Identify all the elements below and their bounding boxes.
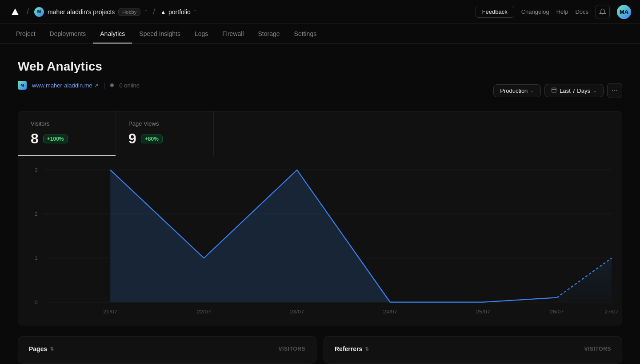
tab-project[interactable]: Project <box>9 24 43 44</box>
app-logo[interactable] <box>9 6 21 18</box>
svg-text:2: 2 <box>35 211 38 217</box>
referrers-visitors-col-label: VISITORS <box>584 346 611 352</box>
site-url-text: www.maher-aladdin.me <box>32 82 92 89</box>
tab-settings[interactable]: Settings <box>287 24 324 44</box>
referrers-card-title: Referrers ⇅ <box>335 345 369 352</box>
visitors-tab[interactable]: Visitors 8 +100% <box>18 111 116 156</box>
page-title: Web Analytics <box>18 59 622 74</box>
stats-tabs-row: Visitors 8 +100% Page Views 9 +80% <box>18 111 622 156</box>
visitors-change-badge: +100% <box>43 135 68 143</box>
stats-chart-card: Visitors 8 +100% Page Views 9 +80% <box>18 111 622 325</box>
referrers-card: Referrers ⇅ VISITORS <box>324 336 622 364</box>
main-content: Web Analytics M www.maher-aladdin.me ↗ |… <box>0 44 640 364</box>
svg-text:27/07: 27/07 <box>604 309 619 315</box>
pages-card-title: Pages ⇅ <box>29 345 54 352</box>
user-name: maher aladdin's projects <box>48 8 115 16</box>
site-url-link[interactable]: www.maher-aladdin.me ↗ <box>32 82 98 89</box>
svg-text:26/07: 26/07 <box>550 309 564 315</box>
site-bar: M www.maher-aladdin.me ↗ | 0 online <box>18 81 140 90</box>
pages-sort-icon[interactable]: ⇅ <box>50 346 54 352</box>
chart-fill-dashed <box>557 258 612 302</box>
date-chevron-icon: ⌄ <box>593 88 597 94</box>
production-chevron-icon: ⌄ <box>530 88 534 94</box>
bottom-tables-row: Pages ⇅ VISITORS Referrers ⇅ VISITORS <box>18 336 622 364</box>
sub-navigation: Project Deployments Analytics Speed Insi… <box>0 24 640 44</box>
notifications-button[interactable] <box>596 5 610 19</box>
pageviews-label: Page Views <box>128 120 201 127</box>
visitors-value-row: 8 +100% <box>31 131 103 147</box>
visitors-label: Visitors <box>31 120 103 127</box>
pageviews-change-badge: +80% <box>141 135 163 143</box>
svg-text:25/07: 25/07 <box>476 309 490 315</box>
top-navigation: / M maher aladdin's projects Hobby ⌃ / ▲… <box>0 0 640 24</box>
svg-text:21/07: 21/07 <box>103 309 117 315</box>
pages-card: Pages ⇅ VISITORS <box>18 336 316 364</box>
project-name: portfolio <box>168 8 191 16</box>
svg-rect-1 <box>552 88 556 92</box>
svg-text:23/07: 23/07 <box>290 309 304 315</box>
nav-right: Feedback Changelog Help Docs MA <box>476 5 631 19</box>
tab-firewall[interactable]: Firewall <box>215 24 251 44</box>
calendar-icon <box>551 87 557 94</box>
pageviews-value: 9 <box>128 131 136 147</box>
production-filter-label: Production <box>500 87 528 94</box>
tab-logs[interactable]: Logs <box>188 24 215 44</box>
referrers-sort-icon[interactable]: ⇅ <box>365 346 369 352</box>
tab-deployments[interactable]: Deployments <box>43 24 93 44</box>
chart-area: 3 2 1 0 21/07 22/07 23/07 24/07 25/07 26… <box>18 156 622 325</box>
date-range-filter-button[interactable]: Last 7 Days ⌄ <box>544 84 604 97</box>
online-status-dot <box>110 83 114 87</box>
svg-text:3: 3 <box>35 167 38 173</box>
project-logo-icon: ▲ <box>160 9 166 15</box>
more-icon: ··· <box>612 87 617 95</box>
project-section[interactable]: ▲ portfolio ⌃ <box>160 8 197 16</box>
site-header-row: M www.maher-aladdin.me ↗ | 0 online Prod… <box>18 81 622 100</box>
docs-link[interactable]: Docs <box>575 8 588 15</box>
svg-marker-0 <box>12 8 19 15</box>
breadcrumb-sep-2: / <box>153 7 155 16</box>
more-options-button[interactable]: ··· <box>607 83 622 98</box>
referrers-card-header: Referrers ⇅ VISITORS <box>335 345 611 352</box>
tab-storage[interactable]: Storage <box>251 24 287 44</box>
svg-text:0: 0 <box>35 299 38 305</box>
filters-row: Production ⌄ Last 7 Days ⌄ ··· <box>493 83 622 98</box>
pageviews-value-row: 9 +80% <box>128 131 201 147</box>
breadcrumb-sep-1: / <box>27 7 29 16</box>
svg-text:1: 1 <box>35 255 38 261</box>
pages-label: Pages <box>29 345 47 352</box>
changelog-link[interactable]: Changelog <box>521 8 549 15</box>
user-chevron-icon: ⌃ <box>144 9 148 14</box>
feedback-button[interactable]: Feedback <box>476 6 514 18</box>
site-icon: M <box>18 81 27 90</box>
plan-badge: Hobby <box>118 8 140 16</box>
user-avatar-large[interactable]: MA <box>617 5 631 19</box>
date-range-label: Last 7 Days <box>560 87 590 94</box>
pages-visitors-col-label: VISITORS <box>278 346 305 352</box>
user-section[interactable]: M maher aladdin's projects Hobby ⌃ <box>34 7 148 17</box>
svg-text:22/07: 22/07 <box>197 309 211 315</box>
referrers-label: Referrers <box>335 345 362 352</box>
chart-fill-solid <box>110 170 557 302</box>
pageviews-tab[interactable]: Page Views 9 +80% <box>116 111 214 156</box>
tab-analytics[interactable]: Analytics <box>93 24 132 44</box>
user-avatar: M <box>34 7 44 17</box>
pages-card-header: Pages ⇅ VISITORS <box>29 345 305 352</box>
site-divider: | <box>104 82 105 89</box>
svg-text:24/07: 24/07 <box>383 309 397 315</box>
help-link[interactable]: Help <box>556 8 568 15</box>
online-count: 0 online <box>119 82 140 89</box>
analytics-chart: 3 2 1 0 21/07 22/07 23/07 24/07 25/07 26… <box>18 156 622 325</box>
visitors-value: 8 <box>31 131 39 147</box>
external-link-icon: ↗ <box>94 83 98 88</box>
tab-speed-insights[interactable]: Speed Insights <box>132 24 188 44</box>
project-chevron-icon: ⌃ <box>193 9 197 14</box>
production-filter-button[interactable]: Production ⌄ <box>493 84 541 97</box>
